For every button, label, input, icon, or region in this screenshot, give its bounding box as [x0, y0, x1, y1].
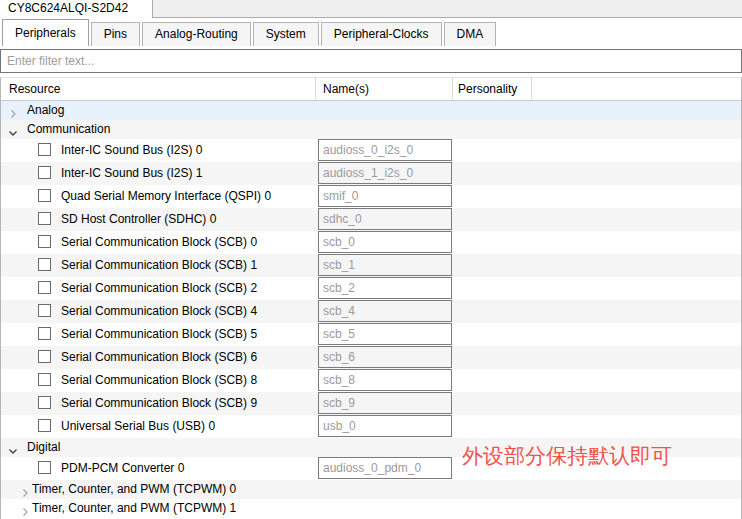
resource-name-input[interactable]: scb_4: [318, 300, 452, 322]
tab-bar: PeripheralsPinsAnalog-RoutingSystemPerip…: [2, 18, 498, 46]
resource-row-audioss-1-i2s-0[interactable]: Inter-IC Sound Bus (I2S) 1audioss_1_i2s_…: [1, 162, 741, 185]
resource-checkbox[interactable]: [38, 396, 51, 409]
resource-checkbox[interactable]: [38, 166, 51, 179]
tab-peripherals[interactable]: Peripherals: [2, 19, 89, 46]
annotation-text: 外设部分保持默认即可: [462, 443, 672, 468]
tab-analog-routing[interactable]: Analog-Routing: [142, 22, 251, 46]
resource-name-input[interactable]: audioss_0_pdm_0: [318, 457, 452, 479]
tab-dma[interactable]: DMA: [444, 22, 497, 46]
column-divider: [452, 78, 453, 101]
resource-label: Inter-IC Sound Bus (I2S) 1: [61, 162, 202, 185]
resource-name-input[interactable]: scb_9: [318, 392, 452, 414]
resource-label: Serial Communication Block (SCB) 4: [61, 300, 257, 323]
resource-row-usb-0[interactable]: Universal Serial Bus (USB) 0usb_0: [1, 415, 741, 438]
resource-name-input[interactable]: scb_0: [318, 231, 452, 253]
resource-checkbox[interactable]: [38, 143, 51, 156]
tree-group-communication[interactable]: Communication: [1, 120, 741, 139]
resource-name-input[interactable]: sdhc_0: [318, 208, 452, 230]
chevron-down-icon[interactable]: [8, 442, 18, 452]
resource-row-scb-4[interactable]: Serial Communication Block (SCB) 4scb_4: [1, 300, 741, 323]
chevron-right-icon[interactable]: [20, 484, 30, 494]
group-label: Timer, Counter, and PWM (TCPWM) 0: [32, 480, 236, 499]
column-divider: [531, 78, 532, 101]
resource-checkbox[interactable]: [38, 281, 51, 294]
resource-row-scb-8[interactable]: Serial Communication Block (SCB) 8scb_8: [1, 369, 741, 392]
resource-label: Quad Serial Memory Interface (QSPI) 0: [61, 185, 271, 208]
document-tab-strip: CY8C624ALQI-S2D42: [0, 0, 742, 18]
resource-label: Serial Communication Block (SCB) 0: [61, 231, 257, 254]
resource-label: PDM-PCM Converter 0: [61, 457, 184, 480]
resource-row-scb-9[interactable]: Serial Communication Block (SCB) 9scb_9: [1, 392, 741, 415]
resource-name-input[interactable]: scb_2: [318, 277, 452, 299]
chevron-down-icon[interactable]: [8, 124, 18, 134]
tab-pins[interactable]: Pins: [91, 22, 140, 46]
resource-row-scb-6[interactable]: Serial Communication Block (SCB) 6scb_6: [1, 346, 741, 369]
resource-checkbox[interactable]: [38, 350, 51, 363]
resource-row-audioss-0-i2s-0[interactable]: Inter-IC Sound Bus (I2S) 0audioss_0_i2s_…: [1, 139, 741, 162]
resource-label: Serial Communication Block (SCB) 6: [61, 346, 257, 369]
resource-row-scb-2[interactable]: Serial Communication Block (SCB) 2scb_2: [1, 277, 741, 300]
resource-name-input[interactable]: audioss_1_i2s_0: [318, 162, 452, 184]
tree-group-timer-counter-and-pwm-tcpwm-0[interactable]: Timer, Counter, and PWM (TCPWM) 0: [1, 480, 741, 499]
chevron-right-icon[interactable]: [20, 503, 30, 513]
resource-name-input[interactable]: smif_0: [318, 185, 452, 207]
group-label: Analog: [27, 101, 64, 120]
group-label: Communication: [27, 120, 110, 139]
device-configurator-window: CY8C624ALQI-S2D42 PeripheralsPinsAnalog-…: [0, 0, 742, 519]
resource-row-sdhc-0[interactable]: SD Host Controller (SDHC) 0sdhc_0: [1, 208, 741, 231]
resource-checkbox[interactable]: [38, 235, 51, 248]
column-header-personality: Personality: [458, 78, 517, 100]
column-header-names: Name(s): [323, 78, 369, 100]
filter-input[interactable]: [0, 49, 742, 73]
resource-row-smif-0[interactable]: Quad Serial Memory Interface (QSPI) 0smi…: [1, 185, 741, 208]
group-label: Timer, Counter, and PWM (TCPWM) 1: [32, 499, 236, 518]
table-header: Resource Name(s) Personality: [1, 78, 741, 101]
resource-label: Serial Communication Block (SCB) 8: [61, 369, 257, 392]
chevron-right-icon[interactable]: [8, 105, 18, 115]
resource-checkbox[interactable]: [38, 419, 51, 432]
resource-name-input[interactable]: usb_0: [318, 415, 452, 437]
resource-name-input[interactable]: scb_8: [318, 369, 452, 391]
resource-checkbox[interactable]: [38, 304, 51, 317]
tree-group-timer-counter-and-pwm-tcpwm-1[interactable]: Timer, Counter, and PWM (TCPWM) 1: [1, 499, 741, 518]
tab-peripheral-clocks[interactable]: Peripheral-Clocks: [321, 22, 442, 46]
resource-label: Inter-IC Sound Bus (I2S) 0: [61, 139, 202, 162]
resource-name-input[interactable]: audioss_0_i2s_0: [318, 139, 452, 161]
resource-row-scb-0[interactable]: Serial Communication Block (SCB) 0scb_0: [1, 231, 741, 254]
tree-group-analog[interactable]: Analog: [1, 101, 741, 120]
resource-row-scb-1[interactable]: Serial Communication Block (SCB) 1scb_1: [1, 254, 741, 277]
resource-checkbox[interactable]: [38, 258, 51, 271]
document-tab-device[interactable]: CY8C624ALQI-S2D42: [0, 0, 153, 18]
group-label: Digital: [27, 438, 60, 457]
resource-label: SD Host Controller (SDHC) 0: [61, 208, 216, 231]
resource-checkbox[interactable]: [38, 212, 51, 225]
resource-label: Universal Serial Bus (USB) 0: [61, 415, 215, 438]
resource-name-input[interactable]: scb_1: [318, 254, 452, 276]
resource-checkbox[interactable]: [38, 461, 51, 474]
resource-row-scb-5[interactable]: Serial Communication Block (SCB) 5scb_5: [1, 323, 741, 346]
resource-checkbox[interactable]: [38, 327, 51, 340]
resource-name-input[interactable]: scb_6: [318, 346, 452, 368]
column-divider: [315, 78, 316, 101]
tab-system[interactable]: System: [253, 22, 319, 46]
resource-checkbox[interactable]: [38, 189, 51, 202]
resource-label: Serial Communication Block (SCB) 5: [61, 323, 257, 346]
resource-label: Serial Communication Block (SCB) 1: [61, 254, 257, 277]
resource-checkbox[interactable]: [38, 373, 51, 386]
column-header-resource: Resource: [9, 78, 60, 100]
resource-label: Serial Communication Block (SCB) 9: [61, 392, 257, 415]
resource-label: Serial Communication Block (SCB) 2: [61, 277, 257, 300]
resource-name-input[interactable]: scb_5: [318, 323, 452, 345]
